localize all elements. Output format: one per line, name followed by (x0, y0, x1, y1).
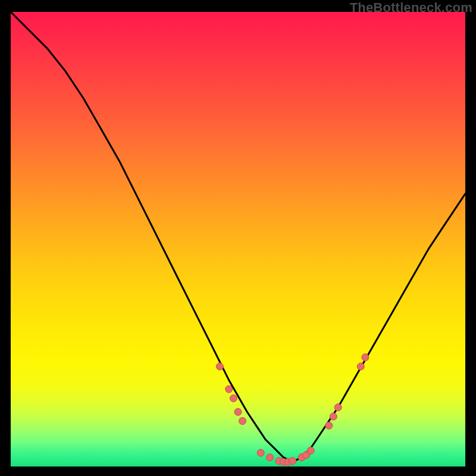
data-point-dot (362, 354, 369, 361)
data-point-dot (307, 447, 314, 454)
data-point-dot (226, 386, 233, 393)
data-point-dot (330, 413, 337, 420)
data-point-dot (239, 418, 246, 425)
curve-svg (11, 12, 465, 466)
data-point-dot (216, 363, 223, 370)
bottleneck-curve (11, 12, 465, 462)
chart-frame (11, 12, 465, 466)
data-point-dot (289, 458, 296, 465)
data-point-dot (334, 404, 342, 411)
data-point-dot (325, 422, 333, 429)
data-point-dot (257, 449, 264, 456)
data-point-dot (357, 363, 364, 370)
data-point-dot (234, 408, 242, 415)
data-point-dot (230, 394, 237, 402)
data-point-dot (267, 454, 274, 461)
watermark-text: TheBottleneck.com (350, 0, 472, 15)
